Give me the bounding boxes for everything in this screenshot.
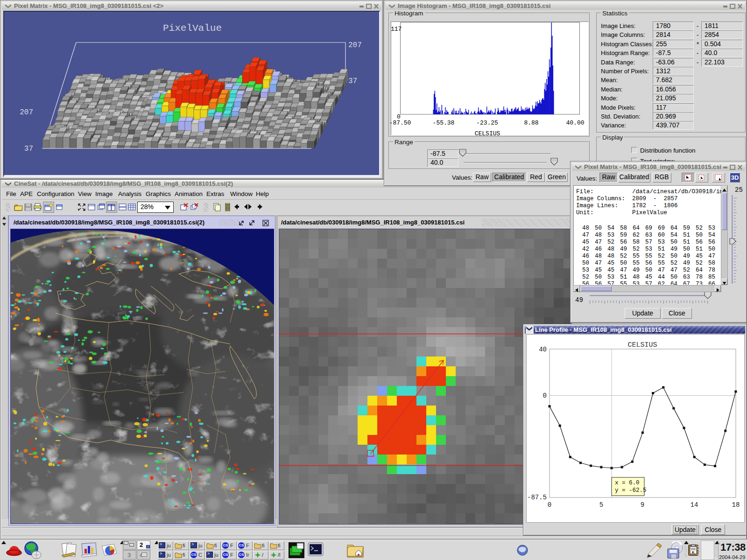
svg-text:9: 9 (641, 501, 644, 509)
svg-text:K: K (692, 550, 695, 554)
svg-text:0: 0 (548, 501, 551, 509)
svg-text:y = -62.5: y = -62.5 (615, 487, 647, 494)
svg-text:0: 0 (543, 392, 547, 399)
svg-text:PixelValue: PixelValue (163, 23, 222, 34)
svg-text:CELSIUS: CELSIUS (627, 341, 657, 349)
svg-text:5: 5 (599, 501, 603, 509)
svg-text:x = 6.0: x = 6.0 (615, 480, 640, 486)
svg-text:37: 37 (24, 145, 33, 153)
svg-text:14: 14 (691, 501, 698, 509)
svg-text:207: 207 (20, 108, 33, 117)
svg-text:40: 40 (539, 346, 547, 353)
svg-text:18: 18 (732, 501, 740, 509)
svg-text:207: 207 (348, 41, 362, 49)
svg-text:37: 37 (348, 77, 357, 85)
svg-text:-87.5: -87.5 (527, 494, 547, 501)
